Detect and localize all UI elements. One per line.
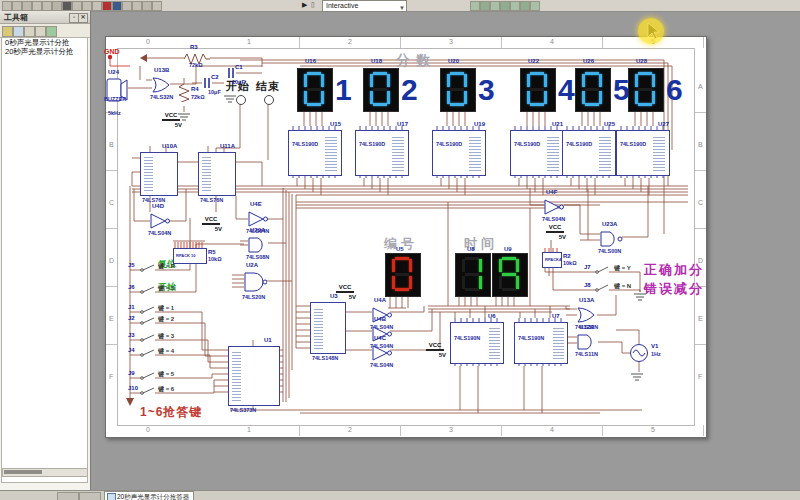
- score-display-U16[interactable]: [297, 68, 333, 112]
- toolbox-tool-icon-1[interactable]: [2, 26, 13, 37]
- component-U3[interactable]: [310, 302, 346, 354]
- component-part-U17: 74LS190D: [359, 141, 385, 147]
- toolbar-right-icon-7[interactable]: [530, 1, 540, 11]
- score-display-U18[interactable]: [363, 68, 399, 112]
- score-title: 分数: [396, 52, 436, 70]
- toolbar-icon-6[interactable]: [52, 1, 62, 11]
- toolbar-icon-13[interactable]: [122, 1, 132, 11]
- score-display-U22[interactable]: [520, 68, 556, 112]
- interactive-mode-select[interactable]: Interactive ▼: [322, 0, 407, 12]
- display-ref-U28: U28: [636, 58, 647, 64]
- toolbox-tree: 0秒声光显示计分抢20秒声光显示计分抢: [1, 37, 88, 483]
- component-U27[interactable]: 74LS190D: [616, 130, 670, 176]
- component-U1[interactable]: [228, 346, 280, 406]
- component-R5[interactable]: RPACK 10: [173, 248, 207, 264]
- time-display-U9[interactable]: [492, 253, 528, 297]
- display-ref-U26: U26: [583, 58, 594, 64]
- time-display-U8[interactable]: [455, 253, 491, 297]
- toolbar-icon-1[interactable]: [2, 1, 12, 11]
- component-part-U1: 74LS373N: [230, 407, 256, 413]
- toolbox-hscrollbar-thumb[interactable]: [4, 470, 42, 474]
- ruler-col-top-1: 1: [247, 38, 251, 45]
- ruler-row-right-A: A: [698, 83, 703, 90]
- toolbar-icon-15[interactable]: [142, 1, 152, 11]
- document-tab[interactable]: 20秒声光显示计分抢答器: [104, 491, 194, 500]
- key-ref-J3: J3: [128, 332, 135, 338]
- component-V1[interactable]: [630, 344, 648, 366]
- key-label-J1: 键 = 1: [158, 304, 174, 313]
- component-ref-U4B: U4B: [374, 316, 386, 322]
- pause-icon[interactable]: ▯: [311, 1, 315, 9]
- toolbar-icon-3[interactable]: [22, 1, 32, 11]
- interactive-label: Interactive: [326, 2, 358, 9]
- ruler-col-bottom-1: 1: [247, 426, 251, 433]
- ruler-row-left-E: E: [109, 315, 114, 322]
- toolbar-icon-9[interactable]: [82, 1, 92, 11]
- end-connector[interactable]: [264, 95, 274, 105]
- component-U25[interactable]: 74LS190D: [562, 130, 616, 176]
- component-U11A[interactable]: [198, 152, 236, 196]
- toolbox-tool-icon-3[interactable]: [24, 26, 35, 37]
- toolbox-item-1[interactable]: 0秒声光显示计分抢: [2, 38, 87, 47]
- component-U6[interactable]: 74LS190N: [450, 322, 504, 364]
- component-part-U4C: 74LS04N: [370, 362, 393, 368]
- key-ref-J4: J4: [128, 347, 135, 353]
- ruler-col-top-2: 2: [348, 38, 352, 45]
- component-C1[interactable]: [226, 67, 249, 89]
- score-display-U26[interactable]: [575, 68, 611, 112]
- toolbar-icon-12[interactable]: [112, 1, 122, 11]
- ruler-row-right-E: E: [698, 315, 703, 322]
- vcc-symbol-3: VCC5V: [334, 284, 356, 300]
- toolbar-icon-4[interactable]: [32, 1, 42, 11]
- toolbox-tool-icon-2[interactable]: [13, 26, 24, 37]
- score-display-U20[interactable]: [440, 68, 476, 112]
- key-label-J3: 键 = 3: [158, 332, 174, 341]
- close-icon[interactable]: ✕: [78, 13, 88, 23]
- component-R2[interactable]: RPACK4: [542, 252, 562, 268]
- score-display-U28[interactable]: [628, 68, 664, 112]
- component-ref-C2: C2: [211, 74, 219, 80]
- toolbar-right-icon-5[interactable]: [510, 1, 520, 11]
- component-ref-R3: R3: [190, 44, 198, 50]
- component-part-R3: 72kΩ: [189, 62, 203, 68]
- toolbox-tool-icon-5[interactable]: [46, 26, 57, 37]
- toolbar-icon-7[interactable]: [62, 1, 72, 11]
- ruler-col-bottom-5: 5: [651, 426, 655, 433]
- toolbar-right-icon-1[interactable]: [470, 1, 480, 11]
- toolbar-icon-10[interactable]: [92, 1, 102, 11]
- toolbar-icon-5[interactable]: [42, 1, 52, 11]
- component-ref-U19: U19: [474, 121, 485, 127]
- toolbar-right-icon-6[interactable]: [520, 1, 530, 11]
- number-display-U5[interactable]: [385, 253, 421, 297]
- toolbox-tool-icon-4[interactable]: [35, 26, 46, 37]
- app-window: ▶ ▯ Interactive ▼ 工具箱 ▫ ✕ 0秒声光显示计分抢20秒声光…: [0, 0, 800, 500]
- toolbar-icon-8[interactable]: [72, 1, 82, 11]
- component-ref-U13B: U13B: [154, 67, 169, 73]
- toolbar-right-icon-4[interactable]: [500, 1, 510, 11]
- panel-tab-2[interactable]: [79, 492, 101, 500]
- toolbar-icon-14[interactable]: [132, 1, 142, 11]
- vcc-symbol-5: VCC5V: [544, 224, 566, 240]
- play-icon[interactable]: ▶: [302, 1, 307, 9]
- toolbar-right-icon-3[interactable]: [490, 1, 500, 11]
- toolbar-icon-2[interactable]: [12, 1, 22, 11]
- component-part-U2A: 74LS20N: [242, 294, 265, 300]
- component-U15[interactable]: 74LS190D: [288, 130, 342, 176]
- component-C2[interactable]: [202, 77, 225, 99]
- component-U7[interactable]: 74LS190N: [514, 322, 568, 364]
- component-part-U3: 74LS148N: [312, 355, 338, 361]
- component-U21[interactable]: 74LS190D: [510, 130, 564, 176]
- start-connector[interactable]: [236, 95, 246, 105]
- component-R4[interactable]: [178, 84, 190, 106]
- panel-tab-1[interactable]: [57, 492, 79, 500]
- component-U10A[interactable]: [140, 152, 178, 196]
- toolbar-icon-11[interactable]: [102, 1, 112, 11]
- component-U19[interactable]: 74LS190D: [432, 130, 486, 176]
- ruler-col-top-3: 3: [449, 38, 453, 45]
- player-number-3: 3: [478, 75, 495, 105]
- toolbox-item-2[interactable]: 20秒声光显示计分抢: [2, 47, 87, 56]
- toolbox-hscrollbar[interactable]: [2, 468, 88, 477]
- toolbar-icon-16[interactable]: [152, 1, 162, 11]
- component-U17[interactable]: 74LS190D: [355, 130, 409, 176]
- toolbar-right-icon-2[interactable]: [480, 1, 490, 11]
